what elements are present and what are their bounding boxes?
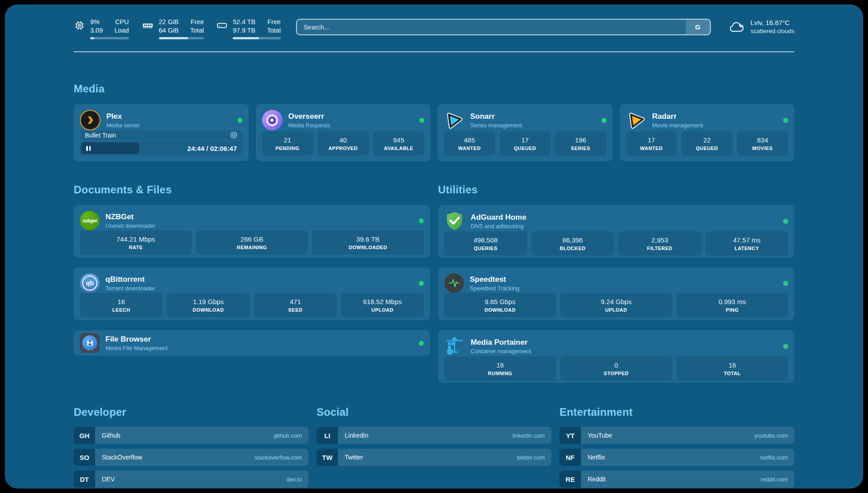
app-description: Speedtest Tracking — [470, 285, 519, 292]
bookmark-twitter[interactable]: TW Twittertwitter.com — [317, 449, 551, 466]
app-description: Media Requests — [288, 122, 330, 129]
app-card-radarr[interactable]: Radarr Movie management 17 WANTED 22 QUE… — [620, 104, 795, 161]
memory-total-value: 64 GiB — [159, 26, 179, 35]
stat-value: 40 — [339, 136, 347, 144]
weather-condition: scattered clouds — [751, 27, 794, 35]
app-card-qbittorrent[interactable]: qb qBittorrent Torrent downloader 16 — [74, 267, 430, 320]
bookmark-name: Netflix — [588, 454, 605, 461]
search-provider-button[interactable]: G — [686, 20, 710, 34]
stat-box-stopped: 0 STOPPED — [560, 356, 672, 380]
disk-icon — [216, 20, 228, 31]
stat-box-queries: 498,508 QUERIES — [444, 231, 527, 255]
stat-box-leech: 16 LEECH — [80, 293, 163, 317]
bookmark-stackoverflow[interactable]: SO StackOverflowstackoverflow.com — [74, 449, 309, 466]
app-card-overseerr[interactable]: Overseerr Media Requests 21 PENDING 40 A… — [256, 104, 431, 161]
stat-value: 744.21 Mbps — [117, 235, 155, 243]
overseerr-icon — [262, 110, 283, 130]
memory-free-value: 22 GiB — [159, 18, 179, 26]
stat-box-available: 945 AVAILABLE — [373, 131, 425, 155]
bookmark-abbr: NF — [559, 449, 581, 466]
bookmark-url: linkedin.com — [513, 432, 545, 439]
status-dot — [783, 344, 788, 349]
stat-value: 86,396 — [563, 236, 583, 244]
cpu-progress-bar — [90, 37, 129, 39]
pause-button[interactable] — [81, 142, 139, 154]
stat-value: 196 — [575, 136, 586, 144]
app-card-filebrowser[interactable]: File Browser Media File Management — [74, 330, 430, 356]
app-name: Overseerr — [288, 112, 330, 121]
stat-box-wanted: 17 WANTED — [626, 131, 677, 155]
bookmark-name: StackOverflow — [102, 454, 142, 461]
status-dot — [783, 219, 788, 224]
stat-box-running: 16 RUNNING — [444, 356, 556, 380]
bookmark-url: reddit.com — [760, 476, 788, 483]
stat-value: 16 — [729, 361, 736, 369]
section-title-developer: Developer — [74, 406, 309, 418]
bookmark-youtube[interactable]: YT YouTubeyoutube.com — [559, 427, 794, 444]
cpu-usage-label: CPU — [114, 18, 129, 26]
bookmark-name: LinkedIn — [345, 432, 368, 439]
stat-box-approved: 40 APPROVED — [317, 131, 369, 155]
stat-label: WANTED — [640, 146, 663, 151]
stat-box-total: 16 TOTAL — [676, 356, 788, 380]
cpu-usage-value: 9% — [90, 18, 103, 26]
speedtest-icon — [444, 273, 464, 293]
status-dot — [238, 118, 242, 123]
app-name: AdGuard Home — [471, 213, 526, 222]
weather-widget[interactable]: Lviv, 16.87°C scattered clouds — [729, 18, 794, 35]
stat-value: 0.993 ms — [718, 298, 746, 305]
stat-box-ping: 0.993 ms PING — [676, 293, 788, 317]
app-card-sonarr[interactable]: Sonarr Series management 485 WANTED 17 Q… — [438, 104, 613, 161]
disk-free-label: Free — [267, 18, 281, 26]
stat-label: DOWNLOAD — [193, 307, 224, 313]
stat-label: MOVIES — [752, 146, 773, 151]
stat-box-rate: 744.21 Mbps RATE — [80, 230, 192, 255]
stat-box-download: 1.19 Gbps DOWNLOAD — [167, 293, 250, 317]
stat-value: 22 — [703, 136, 711, 144]
status-dot — [419, 281, 424, 286]
status-dot — [601, 118, 606, 123]
stat-label: DOWNLOAD — [484, 307, 516, 313]
status-dot — [419, 218, 424, 223]
bookmark-netflix[interactable]: NF Netflixnetflix.com — [559, 449, 794, 466]
sonarr-icon — [444, 110, 464, 130]
app-card-adguard[interactable]: AdGuard Home DNS and adblocking 498,508 … — [438, 205, 794, 258]
stat-label: RATE — [129, 245, 142, 250]
bookmark-url: stackoverflow.com — [255, 454, 302, 461]
bookmark-reddit[interactable]: RE Redditreddit.com — [559, 471, 794, 488]
stat-label: UPLOAD — [371, 307, 393, 313]
stat-label: LATENCY — [734, 246, 759, 251]
bookmark-abbr: DT — [74, 471, 95, 488]
bookmark-github[interactable]: GH Githubgithub.com — [74, 427, 309, 444]
documents-column: Documents & Files nzbget NZBGet Usenet d… — [74, 184, 430, 383]
app-description: Media server — [106, 122, 140, 129]
bookmark-url: github.com — [273, 432, 302, 439]
bookmark-group-entertainment: Entertainment YT YouTubeyoutube.com NF N… — [559, 406, 794, 488]
bookmark-abbr: LI — [317, 427, 338, 444]
now-playing-title: Bullet Train — [85, 132, 116, 139]
search-input[interactable] — [297, 20, 686, 34]
bookmark-dev[interactable]: DT DEVdev.to — [74, 471, 309, 488]
stat-label: RUNNING — [488, 371, 513, 376]
bookmark-linkedin[interactable]: LI LinkedInlinkedin.com — [317, 427, 551, 444]
app-card-speedtest[interactable]: Speedtest Speedtest Tracking 9.65 Gbps D… — [438, 267, 794, 320]
stat-box-wanted: 485 WANTED — [444, 131, 495, 155]
search-bar: G — [296, 19, 711, 35]
bookmark-name: Github — [102, 432, 120, 439]
memory-progress-bar — [159, 37, 204, 39]
app-card-nzbget[interactable]: nzbget NZBGet Usenet downloader 744.21 M… — [74, 205, 430, 258]
stat-box-queued: 22 QUEUED — [681, 131, 733, 155]
stat-label: LEECH — [113, 307, 130, 313]
bookmark-url: twitter.com — [517, 454, 545, 461]
app-description: Media File Management — [105, 345, 167, 351]
memory-icon — [142, 20, 154, 31]
app-description: DNS and adblocking — [471, 223, 526, 230]
disk-progress-bar — [233, 37, 280, 39]
stat-label: PENDING — [275, 146, 300, 151]
app-card-plex[interactable]: Plex Media server Bullet Train 24:44 / — [74, 104, 249, 161]
stat-box-download: 9.65 Gbps DOWNLOAD — [444, 293, 556, 317]
stat-label: REMAINING — [237, 245, 267, 250]
stat-label: APPROVED — [328, 146, 358, 151]
status-dot — [419, 118, 424, 123]
app-card-portainer[interactable]: Media Portainer Container management 16 … — [438, 330, 794, 383]
